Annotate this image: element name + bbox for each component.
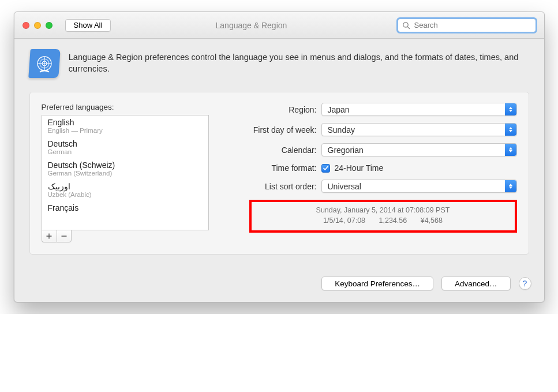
region-value: Japan [328,105,350,114]
search-field-wrap [398,18,536,32]
help-button[interactable]: ? [519,277,531,290]
language-name: English [48,118,203,127]
language-name: Deutsch [48,140,203,148]
calendar-select[interactable]: Gregorian [321,143,517,156]
list-item[interactable]: اوزبیک Uzbek (Arabic) [42,180,208,201]
select-arrows-icon [505,124,516,136]
language-subtitle: German [48,148,203,156]
add-remove-buttons [42,230,209,242]
content-area: Language & Region preferences control th… [14,39,544,267]
keyboard-preferences-button[interactable]: Keyboard Preferences… [321,277,433,290]
region-select[interactable]: Japan [321,103,517,116]
list-item[interactable]: Deutsch (Schweiz) German (Switzerland) [42,158,208,180]
format-settings-column: Region: Japan First day of week: Sunday [232,103,517,242]
language-name: اوزبیک [48,182,203,191]
show-all-button[interactable]: Show All [65,19,111,32]
minimize-button[interactable] [34,22,41,29]
time-format-label: Time format: [232,163,321,173]
list-item[interactable]: English English — Primary [42,115,208,137]
advanced-button[interactable]: Advanced… [441,277,511,290]
language-subtitle: English — Primary [48,127,203,135]
header-description: Language & Region preferences control th… [29,49,529,78]
zoom-button[interactable] [46,22,53,29]
plus-icon [46,233,52,239]
first-day-label: First day of week: [232,125,321,135]
first-day-select[interactable]: Sunday [321,123,517,136]
first-day-value: Sunday [328,125,355,135]
calendar-value: Gregorian [328,145,364,155]
select-arrows-icon [505,103,516,115]
select-arrows-icon [505,144,516,156]
search-icon [402,21,410,29]
region-label: Region: [232,105,321,114]
settings-panel: Preferred languages: English English — P… [29,92,529,255]
time-format-checkbox[interactable] [321,164,330,173]
list-sort-label: List sort order: [232,182,321,191]
language-subtitle: German (Switzerland) [48,170,203,177]
list-item[interactable]: Français [42,201,208,215]
list-sort-value: Universal [328,182,361,191]
select-arrows-icon [505,180,516,192]
footer-buttons: Keyboard Preferences… Advanced… ? [14,267,544,302]
preferred-languages-column: Preferred languages: English English — P… [42,103,209,242]
list-item[interactable]: Deutsch German [42,137,208,158]
preferred-languages-label: Preferred languages: [42,103,209,111]
calendar-label: Calendar: [232,145,321,155]
add-language-button[interactable] [42,230,57,242]
close-button[interactable] [23,22,29,29]
language-list[interactable]: English English — Primary Deutsch German… [42,115,209,230]
checkmark-icon [323,165,329,171]
sample-long-date: Sunday, January 5, 2014 at 07:08:09 PST [261,206,505,216]
search-input[interactable] [398,18,536,32]
sample-number: 1,234.56 [379,216,407,225]
time-format-checkbox-label: 24-Hour Time [335,163,384,173]
sample-currency: ¥4,568 [421,216,443,225]
traffic-lights [23,22,53,29]
list-sort-select[interactable]: Universal [321,180,517,193]
language-name: Français [48,204,203,212]
sample-short-date: 1/5/14, 07:08 [323,216,365,225]
minus-icon [61,233,67,239]
remove-language-button[interactable] [57,230,72,242]
format-sample-box: Sunday, January 5, 2014 at 07:08:09 PST … [249,200,517,233]
svg-line-1 [407,27,409,28]
language-region-icon [28,49,61,78]
header-text: Language & Region preferences control th… [69,52,529,74]
titlebar: Show All Language & Region [14,12,544,39]
window-title: Language & Region [117,21,391,30]
language-name: Deutsch (Schweiz) [48,161,203,170]
language-region-window: Show All Language & Region [14,12,545,303]
language-subtitle: Uzbek (Arabic) [48,191,203,199]
